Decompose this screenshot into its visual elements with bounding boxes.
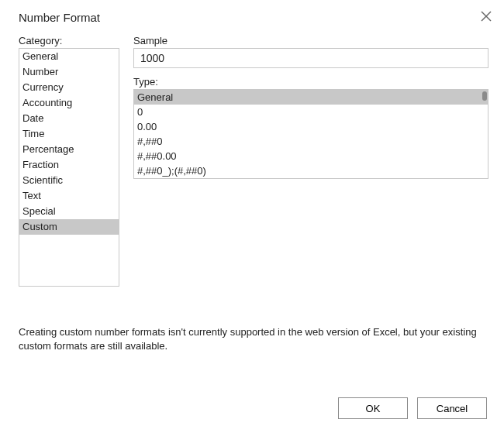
type-option[interactable]: 0 (134, 105, 488, 119)
type-option[interactable]: 0.00 (134, 119, 488, 134)
sample-label: Sample (133, 35, 488, 46)
cancel-button[interactable]: Cancel (417, 397, 487, 419)
dialog-buttons: OK Cancel (338, 397, 487, 419)
category-option[interactable]: Custom (19, 219, 119, 235)
sample-value: 1000 (133, 48, 488, 68)
type-option[interactable]: General (134, 90, 488, 105)
category-list[interactable]: GeneralNumberCurrencyAccountingDateTimeP… (19, 48, 119, 287)
type-list[interactable]: General00.00#,##0#,##0.00#,##0_);(#,##0)… (133, 89, 488, 179)
type-option[interactable]: #,##0_);[Red](#,##0) (134, 178, 488, 179)
type-option[interactable]: #,##0 (134, 134, 488, 149)
category-option[interactable]: Scientific (19, 173, 119, 188)
type-option[interactable]: #,##0_);(#,##0) (134, 163, 488, 178)
category-option[interactable]: Accounting (19, 95, 119, 111)
number-format-dialog: Number Format Category: GeneralNumberCur… (0, 0, 504, 433)
category-option[interactable]: Time (19, 126, 119, 142)
category-option[interactable]: Percentage (19, 142, 119, 157)
category-option[interactable]: Special (19, 204, 119, 219)
type-label: Type: (133, 76, 488, 88)
category-option[interactable]: Text (19, 188, 119, 204)
close-icon[interactable] (481, 11, 492, 22)
scrollbar-thumb[interactable] (482, 91, 487, 101)
ok-button[interactable]: OK (338, 397, 408, 419)
category-label: Category: (19, 35, 119, 46)
info-note: Creating custom number formats isn't cur… (19, 325, 485, 353)
category-option[interactable]: General (19, 49, 119, 64)
type-option[interactable]: #,##0.00 (134, 149, 488, 163)
category-option[interactable]: Number (19, 64, 119, 80)
category-option[interactable]: Fraction (19, 157, 119, 173)
dialog-title: Number Format (19, 11, 488, 24)
category-option[interactable]: Currency (19, 80, 119, 95)
category-option[interactable]: Date (19, 111, 119, 126)
